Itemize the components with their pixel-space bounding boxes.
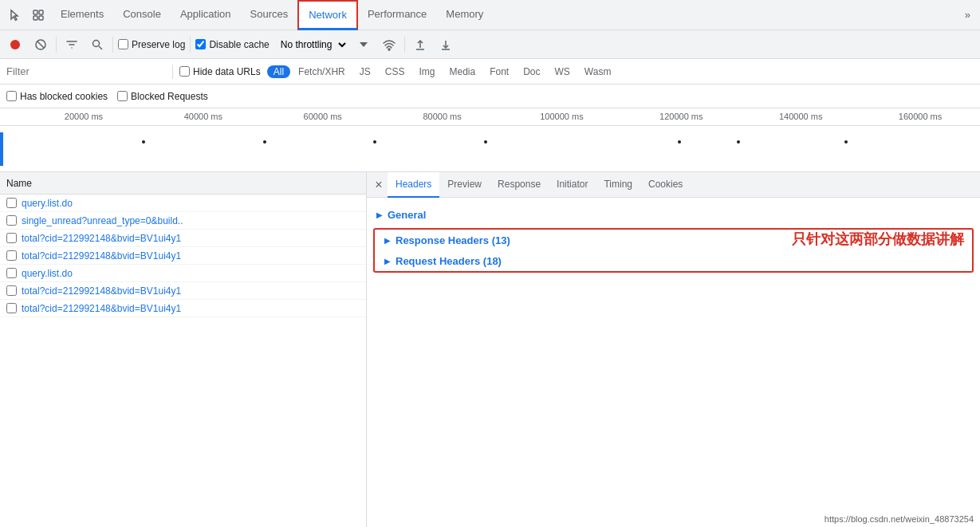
download-icon[interactable] xyxy=(435,34,456,55)
blocked-requests-text: Blocked Requests xyxy=(131,91,208,102)
row-checkbox-5[interactable] xyxy=(6,285,17,296)
disable-cache-label[interactable]: Disable cache xyxy=(195,39,269,50)
type-pill-font[interactable]: Font xyxy=(483,65,515,78)
request-headers-label: Request Headers (18) xyxy=(396,255,502,267)
row-checkbox-2[interactable] xyxy=(6,233,17,243)
timeline-ruler: 20000 ms 40000 ms 60000 ms 80000 ms 1000… xyxy=(0,108,980,126)
filter-input[interactable] xyxy=(6,65,166,77)
table-row[interactable]: total?cid=212992148&bvid=BV1ui4y1 xyxy=(0,247,366,265)
blocked-requests-label[interactable]: Blocked Requests xyxy=(117,91,208,102)
tab-console[interactable]: Console xyxy=(113,0,171,30)
has-blocked-cookies-label[interactable]: Has blocked cookies xyxy=(6,91,108,102)
disable-cache-checkbox[interactable] xyxy=(195,39,206,49)
close-detail-button[interactable]: × xyxy=(370,176,388,194)
hide-data-urls-text: Hide data URLs xyxy=(193,66,261,77)
request-name-5: total?cid=212992148&bvid=BV1ui4y1 xyxy=(22,285,360,297)
tab-performance[interactable]: Performance xyxy=(358,0,436,30)
has-blocked-cookies-checkbox[interactable] xyxy=(6,91,17,101)
toolbar-separator-3 xyxy=(190,37,191,53)
table-row[interactable]: query.list.do xyxy=(0,195,366,212)
svg-line-6 xyxy=(37,41,44,48)
preserve-log-checkbox[interactable] xyxy=(118,39,128,49)
general-label: General xyxy=(388,209,426,221)
tick-3: 80000 ms xyxy=(383,108,502,125)
tick-6: 140000 ms xyxy=(741,108,860,125)
type-pill-css[interactable]: CSS xyxy=(379,65,411,78)
row-checkbox-3[interactable] xyxy=(6,250,17,261)
svg-rect-0 xyxy=(33,10,37,14)
hide-data-urls-checkbox[interactable] xyxy=(179,66,190,77)
bottom-url: https://blog.csdn.net/weixin_48873254 xyxy=(825,514,974,524)
filter-separator xyxy=(172,65,173,79)
layers-icon[interactable] xyxy=(27,4,49,26)
type-pill-wasm[interactable]: Wasm xyxy=(578,65,618,78)
table-row[interactable]: total?cid=212992148&bvid=BV1ui4y1 xyxy=(0,230,366,247)
preserve-log-text: Preserve log xyxy=(132,39,185,50)
svg-marker-9 xyxy=(360,42,368,47)
tab-initiator[interactable]: Initiator xyxy=(549,172,596,198)
general-section[interactable]: ▶ General xyxy=(367,204,980,225)
timeline: 20000 ms 40000 ms 60000 ms 80000 ms 1000… xyxy=(0,108,980,172)
timeline-dot-7 xyxy=(844,140,848,144)
toolbar-separator-2 xyxy=(112,37,113,53)
throttle-arrow-icon[interactable] xyxy=(353,34,374,55)
timeline-bar xyxy=(0,132,3,166)
svg-rect-2 xyxy=(33,16,37,20)
type-pill-all[interactable]: All xyxy=(267,65,290,78)
requests-list[interactable]: query.list.do single_unread?unread_type=… xyxy=(0,195,366,527)
upload-icon[interactable] xyxy=(410,34,431,55)
disable-cache-text: Disable cache xyxy=(209,39,269,50)
tick-0: 20000 ms xyxy=(24,108,144,125)
cursor-icon[interactable] xyxy=(3,4,26,26)
row-checkbox-4[interactable] xyxy=(6,268,17,278)
tab-preview[interactable]: Preview xyxy=(439,172,490,198)
table-row[interactable]: single_unread?unread_type=0&build.. xyxy=(0,212,366,230)
wifi-icon[interactable] xyxy=(379,34,399,55)
tab-sources[interactable]: Sources xyxy=(241,0,298,30)
request-headers-arrow-icon: ▶ xyxy=(384,257,391,265)
type-pill-media[interactable]: Media xyxy=(443,65,482,78)
tab-elements[interactable]: Elements xyxy=(51,0,113,30)
throttle-select[interactable]: No throttling xyxy=(274,37,348,53)
tab-application[interactable]: Application xyxy=(171,0,241,30)
row-checkbox-6[interactable] xyxy=(6,303,17,313)
table-row[interactable]: query.list.do xyxy=(0,265,366,282)
record-button[interactable] xyxy=(5,34,26,55)
tab-memory[interactable]: Memory xyxy=(436,0,493,30)
type-pill-doc[interactable]: Doc xyxy=(517,65,546,78)
type-pill-js[interactable]: JS xyxy=(353,65,377,78)
tab-response[interactable]: Response xyxy=(490,172,549,198)
type-pill-fetchxhr[interactable]: Fetch/XHR xyxy=(292,65,352,78)
hide-data-urls-label[interactable]: Hide data URLs xyxy=(179,66,261,77)
svg-point-10 xyxy=(388,49,390,50)
requests-panel: Name query.list.do single_unread?unread_… xyxy=(0,172,367,527)
clear-button[interactable] xyxy=(30,34,51,55)
type-pill-img[interactable]: Img xyxy=(412,65,441,78)
timeline-dot-5 xyxy=(678,140,681,144)
more-tabs-button[interactable]: » xyxy=(958,9,977,21)
search-button[interactable] xyxy=(87,34,108,55)
request-name-6: total?cid=212992148&bvid=BV1ui4y1 xyxy=(22,303,360,314)
type-pill-ws[interactable]: WS xyxy=(549,65,577,78)
response-headers-label: Response Headers (13) xyxy=(396,234,510,246)
has-blocked-cookies-text: Has blocked cookies xyxy=(20,91,108,102)
row-checkbox-0[interactable] xyxy=(6,198,17,208)
request-headers-section[interactable]: ▶ Request Headers (18) xyxy=(375,250,972,271)
toolbar-separator-4 xyxy=(404,37,405,53)
table-row[interactable]: total?cid=212992148&bvid=BV1ui4y1 xyxy=(0,300,366,317)
preserve-log-label[interactable]: Preserve log xyxy=(118,39,185,50)
tab-headers[interactable]: Headers xyxy=(388,172,439,198)
filter-button[interactable] xyxy=(61,34,82,55)
blocked-requests-checkbox[interactable] xyxy=(117,91,128,101)
tab-timing[interactable]: Timing xyxy=(596,172,640,198)
svg-point-4 xyxy=(10,40,20,49)
table-row[interactable]: total?cid=212992148&bvid=BV1ui4y1 xyxy=(0,282,366,300)
row-checkbox-1[interactable] xyxy=(6,215,17,226)
filter-bar: Hide data URLs All Fetch/XHR JS CSS Img … xyxy=(0,59,980,85)
tab-cookies[interactable]: Cookies xyxy=(640,172,691,198)
timeline-dot-6 xyxy=(737,140,740,144)
network-toolbar: Preserve log Disable cache No throttling xyxy=(0,30,980,59)
svg-rect-3 xyxy=(39,16,43,20)
tab-network[interactable]: Network xyxy=(297,0,358,30)
timeline-dot-4 xyxy=(484,140,487,144)
